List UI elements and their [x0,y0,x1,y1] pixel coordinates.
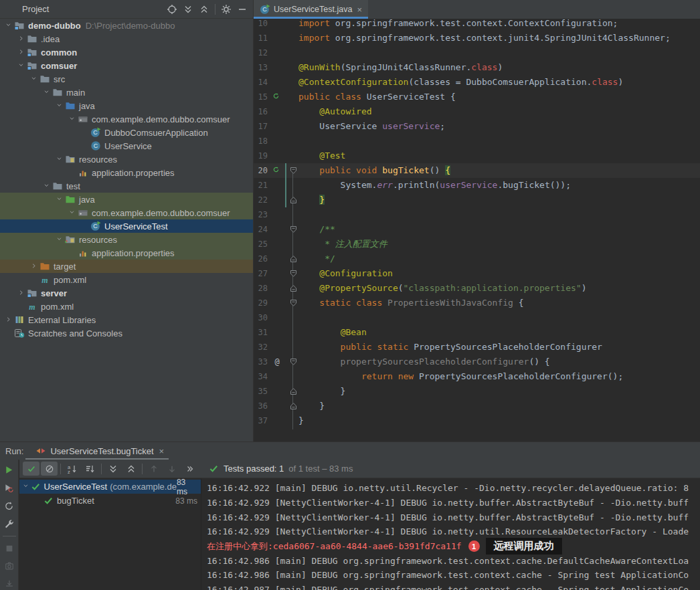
tree-item-external-libraries[interactable]: External Libraries [0,313,253,326]
fold-marker-icon[interactable] [288,403,298,409]
code-line-16[interactable]: 16 @Autowired [254,104,700,119]
code-line-34[interactable]: 34 return new PropertySourcesPlaceholder… [254,369,700,384]
tree-item-com-example-demo-dubbo-comsuer[interactable]: com.example.demo.dubbo.comsuer [0,206,253,219]
tree-item-application-properties[interactable]: application.properties [0,246,253,260]
code-line-23[interactable]: 23 [254,207,700,222]
fold-marker-icon[interactable] [288,167,298,174]
tree-item-scratches-and-consoles[interactable]: Scratches and Consoles [0,326,253,340]
chevron-closed-icon[interactable] [17,34,27,43]
tree-item-userservice[interactable]: CUserService [0,139,253,153]
code-line-26[interactable]: 26 */ [254,252,700,266]
code-line-28[interactable]: 28 @PropertySource("classpath:applicatio… [254,281,700,296]
chevron-open-icon[interactable] [55,235,65,244]
code-line-27[interactable]: 27 @Configuration [254,266,700,281]
fold-marker-icon[interactable] [288,226,298,233]
chevron-open-icon[interactable] [68,114,78,124]
chevron-open-icon[interactable] [29,74,39,84]
code-line-17[interactable]: 17 UserService userService; [254,119,700,134]
code-line-25[interactable]: 25 * 注入配置文件 [254,237,700,252]
tree-item-server[interactable]: server [0,286,253,300]
chevron-closed-icon[interactable] [17,47,27,57]
code-line-35[interactable]: 35 } [254,384,700,399]
tree-item-comsuer[interactable]: comsuer [0,59,253,72]
sort-alpha-icon[interactable]: az [64,462,80,476]
code-line-31[interactable]: 31 @Bean [254,325,700,340]
show-passed-icon[interactable] [23,462,39,476]
project-panel-title[interactable]: Project [22,4,49,14]
tree-item-common[interactable]: common [0,45,253,59]
chevron-open-icon[interactable] [68,208,78,217]
sort-duration-icon[interactable] [82,462,98,476]
tree-item-main[interactable]: main [0,86,253,99]
tree-item-pom-xml[interactable]: mpom.xml [0,300,253,313]
code-line-30[interactable]: 30 [254,310,700,325]
fold-marker-icon[interactable] [288,359,298,365]
close-icon[interactable]: × [357,5,362,15]
tree-item-test[interactable]: test [0,179,253,193]
chevron-open-icon[interactable] [55,101,65,110]
fold-marker-icon[interactable] [288,256,298,262]
code-line-33[interactable]: 33@ propertySourcesPlaceholderConfigurer… [254,355,700,369]
code-line-18[interactable]: 18 [254,134,700,149]
tab-userservicetest-bugticket[interactable]: UserServiceTest.bugTicket × [33,442,167,460]
code-line-13[interactable]: 13@RunWith(SpringJUnit4ClassRunner.class… [254,60,700,75]
code-line-10[interactable]: 10import org.springframework.test.contex… [254,19,700,31]
code-line-29[interactable]: 29 static class PropertiesWithJavaConfig… [254,296,700,310]
chevron-closed-icon[interactable] [29,262,39,271]
code-line-21[interactable]: 21 System.err.println(userService.bugTic… [254,178,700,193]
project-tree[interactable]: demo-dubboD:\Project\demo-dubbo.ideacomm… [0,19,253,340]
fold-marker-icon[interactable] [288,300,298,306]
test-result-tree[interactable]: UserServiceTest(com.example.de83 msbugTi… [19,478,201,590]
fold-marker-icon[interactable] [288,388,298,395]
tree-item-java[interactable]: java [0,99,253,112]
code-line-22[interactable]: 22 } [254,193,700,207]
fold-marker-icon[interactable] [288,285,298,292]
notification-badge[interactable]: 1 [468,540,480,552]
chevron-closed-icon[interactable] [17,288,27,298]
chevron-closed-icon[interactable] [4,315,14,324]
chevron-open-icon[interactable] [55,195,65,204]
chevron-open-icon[interactable] [42,88,52,97]
code-line-32[interactable]: 32 public static PropertySourcesPlacehol… [254,340,700,355]
hide-panel-icon[interactable] [236,3,249,16]
locate-icon[interactable] [165,3,179,16]
rerun-icon[interactable] [3,464,15,476]
show-ignored-icon[interactable] [41,462,58,476]
chevron-open-icon[interactable] [55,155,65,164]
chevron-open-icon[interactable] [4,21,14,30]
tree-item-java[interactable]: java [0,193,253,206]
tree-item-resources[interactable]: resources [0,233,253,246]
console-output[interactable]: 16:16:42.922 [main] DEBUG io.netty.util.… [201,478,700,590]
run-test-gutter-icon[interactable] [270,93,284,101]
toggle-auto-test-icon[interactable] [3,500,15,512]
code-line-11[interactable]: 11import org.springframework.test.contex… [254,31,700,45]
tree-item-resources[interactable]: resources [0,153,253,166]
code-line-19[interactable]: 19 @Test [254,149,700,163]
fold-marker-icon[interactable] [288,270,298,277]
test-node-userservicetest[interactable]: UserServiceTest(com.example.de83 ms [19,480,201,494]
test-node-bugticket[interactable]: bugTicket83 ms [19,494,201,508]
code-line-12[interactable]: 12 [254,45,700,60]
expand-all-icon[interactable] [181,3,195,16]
chevron-open-icon[interactable] [17,61,27,70]
test-settings-icon[interactable] [3,518,15,530]
tab-userservicetest-java[interactable]: C UserServiceTest.java × [254,0,368,19]
settings-gear-icon[interactable] [220,3,233,16]
more-icon[interactable] [181,462,198,476]
collapse-all-icon[interactable] [197,3,211,16]
code-line-15[interactable]: 15public class UserServiceTest { [254,90,700,104]
tree-item-src[interactable]: src [0,72,253,86]
code-line-37[interactable]: 37} [254,413,700,428]
expand-all-icon[interactable] [104,462,121,476]
code-line-14[interactable]: 14@ContextConfiguration(classes = DubboC… [254,75,700,90]
tree-item-target[interactable]: target [0,260,253,273]
tree-item-userservicetest[interactable]: CUserServiceTest [0,219,253,233]
run-test-gutter-icon[interactable] [270,167,284,175]
code-line-24[interactable]: 24 /** [254,222,700,237]
collapse-all-icon[interactable] [122,462,139,476]
tree-item-com-example-demo-dubbo-comsuer[interactable]: com.example.demo.dubbo.comsuer [0,112,253,126]
chevron-open-icon[interactable] [22,483,31,490]
code-line-36[interactable]: 36 } [254,399,700,413]
fold-marker-icon[interactable] [288,197,298,203]
project-window-icon[interactable] [4,3,17,16]
